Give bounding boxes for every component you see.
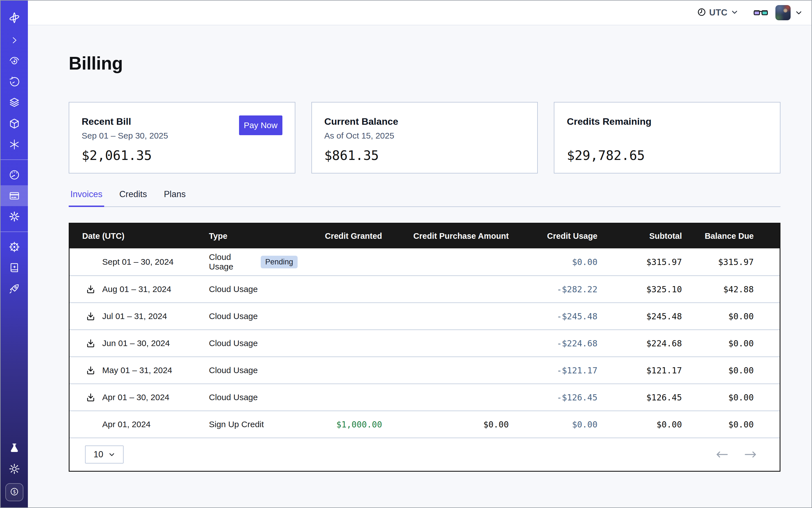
date-cell: May 01 – 31, 2024 xyxy=(70,366,195,375)
sidebar-item-getting-started[interactable] xyxy=(1,278,28,299)
column-header: Balance Due xyxy=(682,231,780,241)
download-invoice-icon[interactable] xyxy=(86,338,95,348)
download-invoice-icon[interactable] xyxy=(86,366,95,375)
page-size-select[interactable]: 10 xyxy=(85,446,124,464)
pagination-arrows xyxy=(716,450,757,459)
glasses-icon[interactable] xyxy=(754,8,768,17)
sidebar-item-cube[interactable] xyxy=(1,113,28,134)
timezone-label: UTC xyxy=(709,8,728,18)
sidebar-item-services[interactable] xyxy=(1,134,28,155)
subtotal-cell: $325.10 xyxy=(597,285,682,294)
type-cell: Cloud Usage xyxy=(195,392,298,402)
user-avatar[interactable] xyxy=(775,5,790,20)
card-title: Current Balance xyxy=(324,116,525,127)
invoice-type: Cloud Usage xyxy=(209,311,258,321)
brightness-icon xyxy=(8,463,20,475)
balance-due-cell: $42.88 xyxy=(682,285,780,294)
previous-page-button[interactable] xyxy=(716,450,728,459)
subtotal-cell: $245.48 xyxy=(597,311,682,321)
invoice-date: Apr 01, 2024 xyxy=(102,420,151,429)
tab-invoices[interactable]: Invoices xyxy=(69,189,104,207)
sidebar-item-theme[interactable] xyxy=(1,458,28,479)
sidebar-item-layers[interactable] xyxy=(1,92,28,113)
column-header: Type xyxy=(195,231,298,241)
credit-usage-cell: $0.00 xyxy=(509,257,597,267)
table-body: Sept 01 – 30, 2024Cloud UsagePending$0.0… xyxy=(70,248,780,437)
asterisk-icon xyxy=(9,139,20,150)
flask-icon xyxy=(9,442,20,454)
download-invoice-icon[interactable] xyxy=(86,392,95,402)
invoice-date: May 01 – 31, 2024 xyxy=(102,366,172,375)
table-row: Jul 01 – 31, 2024Cloud Usage-$245.48$245… xyxy=(70,302,780,330)
date-cell: Apr 01 – 30, 2024 xyxy=(70,392,195,402)
timezone-selector[interactable]: UTC xyxy=(697,8,738,18)
summary-cards: Recent Bill Sep 01 – Sep 30, 2025 $2,061… xyxy=(69,102,780,173)
sidebar-item-settings[interactable] xyxy=(1,206,28,227)
table-row: May 01 – 31, 2024Cloud Usage-$121.17$121… xyxy=(70,356,780,384)
rocket-icon xyxy=(8,283,20,295)
recent-bill-amount: $2,061.35 xyxy=(82,148,283,163)
table-row: Apr 01, 2024Sign Up Credit$1,000.00$0.00… xyxy=(70,411,780,437)
app-window: $ UTC xyxy=(0,0,812,508)
subtotal-cell: $121.17 xyxy=(597,366,682,375)
tab-credits[interactable]: Credits xyxy=(118,189,149,207)
credit-usage-cell: -$245.48 xyxy=(509,311,597,321)
current-balance-amount: $861.35 xyxy=(324,148,525,163)
date-cell: Aug 01 – 31, 2024 xyxy=(70,285,195,294)
recent-bill-card: Recent Bill Sep 01 – Sep 30, 2025 $2,061… xyxy=(69,102,295,173)
date-cell: Jun 01 – 30, 2024 xyxy=(70,338,195,348)
subtotal-cell: $0.00 xyxy=(597,420,682,429)
page-size-value: 10 xyxy=(93,450,103,460)
column-header: Credit Usage xyxy=(509,231,597,241)
sidebar-item-billing[interactable] xyxy=(1,185,28,206)
table-row: Jun 01 – 30, 2024Cloud Usage-$224.68$224… xyxy=(70,330,780,356)
download-invoice-icon[interactable] xyxy=(86,311,95,321)
billing-card-icon xyxy=(8,190,20,202)
pay-now-button[interactable]: Pay Now xyxy=(239,116,283,135)
page-title: Billing xyxy=(69,53,780,74)
next-page-button[interactable] xyxy=(744,450,757,459)
sidebar-item-expand-sidebar[interactable] xyxy=(1,30,28,51)
credit-usage-cell: -$121.17 xyxy=(509,366,597,375)
invoice-type: Cloud Usage xyxy=(209,392,258,402)
credits-badge-icon: $ xyxy=(9,486,20,499)
balance-due-cell: $0.00 xyxy=(682,338,780,348)
sidebar-item-support[interactable] xyxy=(1,237,28,257)
docs-book-icon xyxy=(8,262,20,274)
credits-remaining-amount: $29,782.65 xyxy=(567,148,768,163)
card-title: Credits Remaining xyxy=(567,116,768,127)
spiral-icon xyxy=(8,55,20,67)
card-subtitle xyxy=(567,131,768,142)
type-cell: Cloud UsagePending xyxy=(195,252,298,271)
tab-plans[interactable]: Plans xyxy=(162,189,187,207)
topbar: UTC xyxy=(28,1,811,25)
sidebar-item-credits[interactable]: $ xyxy=(5,483,24,501)
date-cell: Jul 01 – 31, 2024 xyxy=(70,311,195,321)
account-menu-chevron-down-icon[interactable] xyxy=(795,9,803,16)
table-row: Sept 01 – 30, 2024Cloud UsagePending$0.0… xyxy=(70,248,780,276)
table-header-row: Date (UTC)TypeCredit GrantedCredit Purch… xyxy=(70,223,780,248)
invoices-table: Date (UTC)TypeCredit GrantedCredit Purch… xyxy=(69,223,780,472)
download-invoice-icon[interactable] xyxy=(86,285,95,294)
balance-due-cell: $0.00 xyxy=(682,311,780,321)
helm-icon xyxy=(8,241,20,253)
sidebar-item-observe[interactable] xyxy=(1,51,28,72)
sidebar-item-history[interactable] xyxy=(1,72,28,92)
type-cell: Cloud Usage xyxy=(195,311,298,321)
svg-text:$: $ xyxy=(13,489,15,495)
balance-due-cell: $0.00 xyxy=(682,366,780,375)
date-cell: Sept 01 – 30, 2024 xyxy=(70,257,195,267)
invoice-type: Cloud Usage xyxy=(209,285,258,294)
sidebar-item-labs[interactable] xyxy=(1,437,28,458)
card-subtitle: As of Oct 15, 2025 xyxy=(324,131,525,142)
sidebar-bottom: $ xyxy=(1,437,28,501)
sidebar-item-usage[interactable] xyxy=(1,164,28,185)
sidebar-item-logo[interactable] xyxy=(1,6,28,30)
invoice-type: Cloud Usage xyxy=(209,338,258,348)
sidebar-item-docs[interactable] xyxy=(1,257,28,278)
balance-due-cell: $315.97 xyxy=(682,257,780,267)
cube-icon xyxy=(8,118,20,130)
sidebar: $ xyxy=(1,1,28,507)
sidebar-divider xyxy=(1,159,28,160)
credit-purchase-cell: $0.00 xyxy=(382,420,509,429)
